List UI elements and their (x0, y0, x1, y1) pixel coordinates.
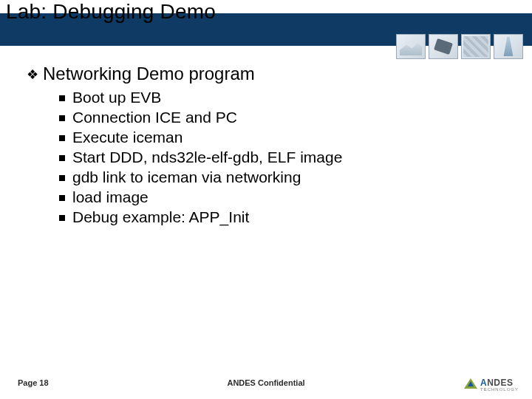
square-bullet-icon (59, 155, 65, 161)
content-area: ❖ Networking Demo program Boot up EVB Co… (27, 64, 499, 228)
list-item: Debug example: APP_Init (59, 208, 499, 226)
square-bullet-icon (59, 175, 65, 181)
square-bullet-icon (59, 115, 65, 121)
section-heading-row: ❖ Networking Demo program (27, 64, 499, 84)
thumbnail-image (429, 34, 458, 59)
square-bullet-icon (59, 195, 65, 201)
square-bullet-icon (59, 215, 65, 221)
footer: Page 18 ANDES Confidential ANDES TECHNOL… (0, 369, 532, 399)
list-item-text: Connection ICE and PC (72, 109, 237, 126)
list-item: load image (59, 188, 499, 206)
logo-subtitle: TECHNOLOGY (480, 387, 519, 392)
slide: Lab: Debugging Demo ❖ Networking Demo pr… (0, 0, 532, 399)
logo-first-letter: A (480, 378, 487, 388)
list-item-text: Boot up EVB (72, 89, 161, 106)
list-item: Boot up EVB (59, 89, 499, 106)
thumbnail-image (461, 34, 491, 59)
logo-mark-icon (464, 377, 477, 390)
list-item: Connection ICE and PC (59, 109, 499, 126)
confidential-label: ANDES Confidential (0, 378, 532, 387)
andes-logo: ANDES TECHNOLOGY (464, 375, 519, 392)
section-heading: Networking Demo program (43, 64, 255, 84)
list-item-text: Debug example: APP_Init (72, 208, 249, 226)
list-item-text: Start DDD, nds32le-elf-gdb, ELF image (72, 149, 342, 166)
thumbnail-strip (396, 34, 523, 59)
logo-text-block: ANDES TECHNOLOGY (480, 375, 519, 392)
thumbnail-image (494, 34, 523, 59)
list-item: Start DDD, nds32le-elf-gdb, ELF image (59, 149, 499, 166)
list-item-text: gdb link to iceman via networking (72, 168, 301, 186)
bullet-list: Boot up EVB Connection ICE and PC Execut… (59, 89, 499, 226)
diamond-bullet-icon: ❖ (27, 66, 38, 83)
list-item: Execute iceman (59, 129, 499, 146)
list-item-text: Execute iceman (72, 129, 183, 146)
slide-title: Lab: Debugging Demo (6, 0, 526, 24)
square-bullet-icon (59, 135, 65, 141)
list-item-text: load image (72, 188, 149, 206)
square-bullet-icon (59, 95, 65, 101)
logo-rest: NDES (487, 378, 513, 388)
list-item: gdb link to iceman via networking (59, 168, 499, 186)
thumbnail-image (396, 34, 426, 59)
